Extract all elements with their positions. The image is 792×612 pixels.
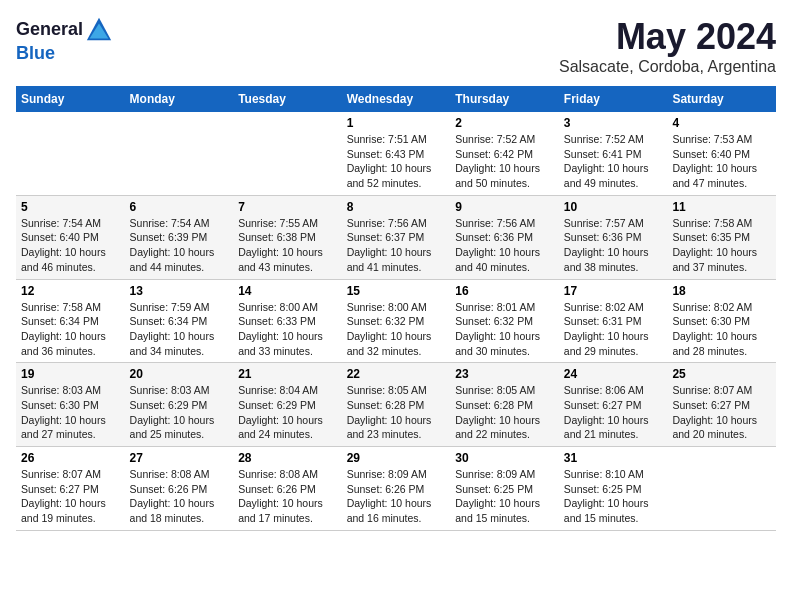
calendar-cell (125, 112, 234, 195)
calendar-cell: 10Sunrise: 7:57 AMSunset: 6:36 PMDayligh… (559, 195, 668, 279)
main-title: May 2024 (559, 16, 776, 58)
calendar-cell: 13Sunrise: 7:59 AMSunset: 6:34 PMDayligh… (125, 279, 234, 363)
weekday-header-monday: Monday (125, 86, 234, 112)
day-info: Sunrise: 8:06 AMSunset: 6:27 PMDaylight:… (564, 383, 663, 442)
page-header: General Blue May 2024 Salsacate, Cordoba… (16, 16, 776, 76)
day-info: Sunrise: 7:57 AMSunset: 6:36 PMDaylight:… (564, 216, 663, 275)
day-info: Sunrise: 7:55 AMSunset: 6:38 PMDaylight:… (238, 216, 337, 275)
day-number: 18 (672, 284, 771, 298)
day-number: 12 (21, 284, 120, 298)
day-number: 15 (347, 284, 446, 298)
day-number: 19 (21, 367, 120, 381)
day-info: Sunrise: 7:52 AMSunset: 6:42 PMDaylight:… (455, 132, 554, 191)
calendar-cell: 18Sunrise: 8:02 AMSunset: 6:30 PMDayligh… (667, 279, 776, 363)
calendar-week-row: 12Sunrise: 7:58 AMSunset: 6:34 PMDayligh… (16, 279, 776, 363)
day-number: 26 (21, 451, 120, 465)
calendar-cell: 19Sunrise: 8:03 AMSunset: 6:30 PMDayligh… (16, 363, 125, 447)
day-info: Sunrise: 8:08 AMSunset: 6:26 PMDaylight:… (130, 467, 229, 526)
calendar-cell: 4Sunrise: 7:53 AMSunset: 6:40 PMDaylight… (667, 112, 776, 195)
calendar-cell: 7Sunrise: 7:55 AMSunset: 6:38 PMDaylight… (233, 195, 342, 279)
day-number: 7 (238, 200, 337, 214)
day-number: 9 (455, 200, 554, 214)
day-number: 8 (347, 200, 446, 214)
day-number: 24 (564, 367, 663, 381)
calendar-cell: 29Sunrise: 8:09 AMSunset: 6:26 PMDayligh… (342, 447, 451, 531)
day-info: Sunrise: 8:00 AMSunset: 6:33 PMDaylight:… (238, 300, 337, 359)
day-number: 20 (130, 367, 229, 381)
day-number: 1 (347, 116, 446, 130)
day-info: Sunrise: 8:09 AMSunset: 6:26 PMDaylight:… (347, 467, 446, 526)
day-info: Sunrise: 7:52 AMSunset: 6:41 PMDaylight:… (564, 132, 663, 191)
logo-general: General (16, 19, 83, 39)
day-info: Sunrise: 8:00 AMSunset: 6:32 PMDaylight:… (347, 300, 446, 359)
day-info: Sunrise: 8:05 AMSunset: 6:28 PMDaylight:… (347, 383, 446, 442)
day-info: Sunrise: 8:07 AMSunset: 6:27 PMDaylight:… (21, 467, 120, 526)
calendar-week-row: 5Sunrise: 7:54 AMSunset: 6:40 PMDaylight… (16, 195, 776, 279)
day-number: 10 (564, 200, 663, 214)
calendar-cell (233, 112, 342, 195)
day-info: Sunrise: 8:02 AMSunset: 6:31 PMDaylight:… (564, 300, 663, 359)
day-info: Sunrise: 7:59 AMSunset: 6:34 PMDaylight:… (130, 300, 229, 359)
day-number: 22 (347, 367, 446, 381)
day-info: Sunrise: 8:04 AMSunset: 6:29 PMDaylight:… (238, 383, 337, 442)
day-info: Sunrise: 8:07 AMSunset: 6:27 PMDaylight:… (672, 383, 771, 442)
day-number: 14 (238, 284, 337, 298)
calendar-week-row: 1Sunrise: 7:51 AMSunset: 6:43 PMDaylight… (16, 112, 776, 195)
day-number: 2 (455, 116, 554, 130)
day-info: Sunrise: 7:56 AMSunset: 6:36 PMDaylight:… (455, 216, 554, 275)
weekday-header-wednesday: Wednesday (342, 86, 451, 112)
calendar-week-row: 19Sunrise: 8:03 AMSunset: 6:30 PMDayligh… (16, 363, 776, 447)
calendar-cell: 15Sunrise: 8:00 AMSunset: 6:32 PMDayligh… (342, 279, 451, 363)
day-info: Sunrise: 7:53 AMSunset: 6:40 PMDaylight:… (672, 132, 771, 191)
day-number: 11 (672, 200, 771, 214)
day-info: Sunrise: 7:54 AMSunset: 6:40 PMDaylight:… (21, 216, 120, 275)
day-info: Sunrise: 8:03 AMSunset: 6:29 PMDaylight:… (130, 383, 229, 442)
calendar-cell: 11Sunrise: 7:58 AMSunset: 6:35 PMDayligh… (667, 195, 776, 279)
calendar-cell: 14Sunrise: 8:00 AMSunset: 6:33 PMDayligh… (233, 279, 342, 363)
calendar-cell: 31Sunrise: 8:10 AMSunset: 6:25 PMDayligh… (559, 447, 668, 531)
calendar-cell: 9Sunrise: 7:56 AMSunset: 6:36 PMDaylight… (450, 195, 559, 279)
day-number: 6 (130, 200, 229, 214)
day-number: 25 (672, 367, 771, 381)
day-info: Sunrise: 8:01 AMSunset: 6:32 PMDaylight:… (455, 300, 554, 359)
calendar-cell: 25Sunrise: 8:07 AMSunset: 6:27 PMDayligh… (667, 363, 776, 447)
logo-icon (85, 16, 113, 44)
weekday-header-tuesday: Tuesday (233, 86, 342, 112)
calendar-cell: 5Sunrise: 7:54 AMSunset: 6:40 PMDaylight… (16, 195, 125, 279)
day-number: 30 (455, 451, 554, 465)
calendar-cell: 30Sunrise: 8:09 AMSunset: 6:25 PMDayligh… (450, 447, 559, 531)
calendar-cell: 24Sunrise: 8:06 AMSunset: 6:27 PMDayligh… (559, 363, 668, 447)
day-info: Sunrise: 8:03 AMSunset: 6:30 PMDaylight:… (21, 383, 120, 442)
day-info: Sunrise: 7:56 AMSunset: 6:37 PMDaylight:… (347, 216, 446, 275)
weekday-header-row: SundayMondayTuesdayWednesdayThursdayFrid… (16, 86, 776, 112)
calendar-cell: 3Sunrise: 7:52 AMSunset: 6:41 PMDaylight… (559, 112, 668, 195)
day-number: 17 (564, 284, 663, 298)
weekday-header-thursday: Thursday (450, 86, 559, 112)
calendar-cell: 23Sunrise: 8:05 AMSunset: 6:28 PMDayligh… (450, 363, 559, 447)
logo: General Blue (16, 16, 113, 64)
calendar-cell (667, 447, 776, 531)
calendar-cell: 22Sunrise: 8:05 AMSunset: 6:28 PMDayligh… (342, 363, 451, 447)
day-number: 21 (238, 367, 337, 381)
day-info: Sunrise: 8:08 AMSunset: 6:26 PMDaylight:… (238, 467, 337, 526)
calendar-cell: 8Sunrise: 7:56 AMSunset: 6:37 PMDaylight… (342, 195, 451, 279)
day-number: 13 (130, 284, 229, 298)
weekday-header-saturday: Saturday (667, 86, 776, 112)
calendar-cell: 27Sunrise: 8:08 AMSunset: 6:26 PMDayligh… (125, 447, 234, 531)
day-number: 23 (455, 367, 554, 381)
subtitle: Salsacate, Cordoba, Argentina (559, 58, 776, 76)
day-info: Sunrise: 8:10 AMSunset: 6:25 PMDaylight:… (564, 467, 663, 526)
title-block: May 2024 Salsacate, Cordoba, Argentina (559, 16, 776, 76)
calendar-cell: 26Sunrise: 8:07 AMSunset: 6:27 PMDayligh… (16, 447, 125, 531)
day-number: 29 (347, 451, 446, 465)
day-number: 28 (238, 451, 337, 465)
weekday-header-friday: Friday (559, 86, 668, 112)
calendar-cell: 28Sunrise: 8:08 AMSunset: 6:26 PMDayligh… (233, 447, 342, 531)
day-info: Sunrise: 7:54 AMSunset: 6:39 PMDaylight:… (130, 216, 229, 275)
calendar-cell (16, 112, 125, 195)
calendar-table: SundayMondayTuesdayWednesdayThursdayFrid… (16, 86, 776, 531)
calendar-cell: 2Sunrise: 7:52 AMSunset: 6:42 PMDaylight… (450, 112, 559, 195)
day-number: 3 (564, 116, 663, 130)
day-number: 31 (564, 451, 663, 465)
day-info: Sunrise: 7:58 AMSunset: 6:34 PMDaylight:… (21, 300, 120, 359)
